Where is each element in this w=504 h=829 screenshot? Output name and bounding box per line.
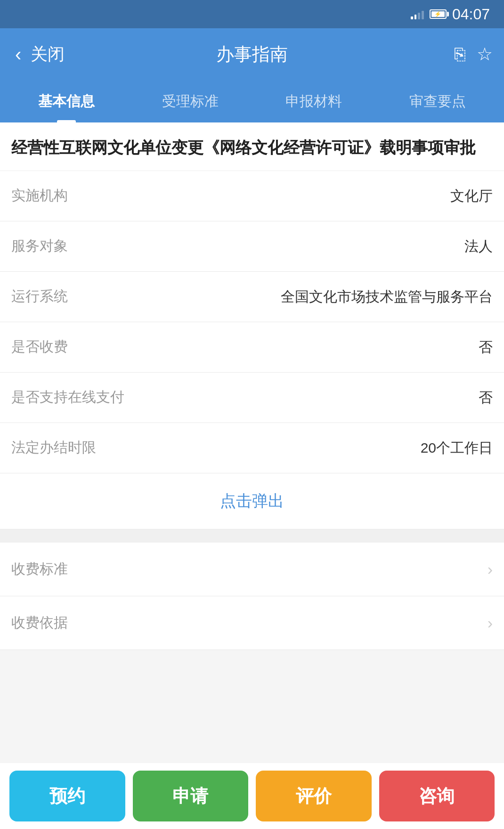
label-online-pay: 是否支持在线支付 [11,388,124,407]
info-section: 实施机构 文化厅 服务对象 法人 运行系统 全国文化市场技术监管与服务平台 是否… [0,171,504,529]
chevron-right-icon-fee-basis: › [488,614,493,632]
battery-icon: ⚡ [430,9,447,19]
status-time: 04:07 [452,6,490,23]
value-online-pay: 否 [479,388,493,407]
value-institution: 文化厅 [450,186,493,206]
label-fee: 是否收费 [11,337,68,357]
back-button[interactable]: ‹ [11,40,25,69]
tab-basic-info[interactable]: 基本信息 [5,85,129,122]
list-section: 收费标准 › 收费依据 › [0,543,504,650]
section-divider [0,529,504,543]
navbar: ‹ 关闭 办事指南 ⎘ ☆ [0,28,504,80]
zixun-button[interactable]: 咨询 [379,771,495,821]
info-row-deadline: 法定办结时限 20个工作日 [0,423,504,473]
tab-bar: 基本信息 受理标准 申报材料 审查要点 [0,80,504,122]
bottom-actions: 预约 申请 评价 咨询 [0,763,504,829]
shenqing-button[interactable]: 申请 [133,771,249,821]
list-row-fee-standard[interactable]: 收费标准 › [0,543,504,596]
popup-button[interactable]: 点击弹出 [220,490,284,512]
info-row-online-pay: 是否支持在线支付 否 [0,373,504,423]
signal-icon [411,9,424,19]
tab-review[interactable]: 审查要点 [376,85,500,122]
star-icon[interactable]: ☆ [477,44,493,65]
close-button[interactable]: 关闭 [31,43,65,66]
yuyue-button[interactable]: 预约 [9,771,125,821]
value-deadline: 20个工作日 [421,438,493,458]
status-bar: ⚡ 04:07 [0,0,504,28]
info-row-institution: 实施机构 文化厅 [0,171,504,221]
tab-materials[interactable]: 申报材料 [252,85,376,122]
value-system: 全国文化市场技术监管与服务平台 [281,287,493,307]
navbar-title: 办事指南 [216,42,288,66]
navbar-right: ⎘ ☆ [455,44,493,65]
label-deadline: 法定办结时限 [11,438,96,457]
info-row-fee: 是否收费 否 [0,322,504,373]
value-fee: 否 [479,337,493,357]
chevron-right-icon-fee-standard: › [488,560,493,578]
status-icons: ⚡ 04:07 [411,6,490,23]
share-icon[interactable]: ⎘ [455,44,465,65]
navbar-left: ‹ 关闭 [11,40,65,69]
info-row-service-target: 服务对象 法人 [0,221,504,272]
page-title: 经营性互联网文化单位变更《网络文化经营许可证》载明事项审批 [0,122,504,171]
info-row-system: 运行系统 全国文化市场技术监管与服务平台 [0,272,504,322]
label-fee-standard: 收费标准 [11,560,68,579]
label-institution: 实施机构 [11,186,68,205]
label-service-target: 服务对象 [11,236,68,256]
pingjia-button[interactable]: 评价 [256,771,372,821]
value-service-target: 法人 [464,236,493,256]
popup-button-row: 点击弹出 [0,473,504,529]
list-row-fee-basis[interactable]: 收费依据 › [0,596,504,650]
label-fee-basis: 收费依据 [11,613,68,633]
label-system: 运行系统 [11,287,68,306]
tab-standard[interactable]: 受理标准 [129,85,252,122]
